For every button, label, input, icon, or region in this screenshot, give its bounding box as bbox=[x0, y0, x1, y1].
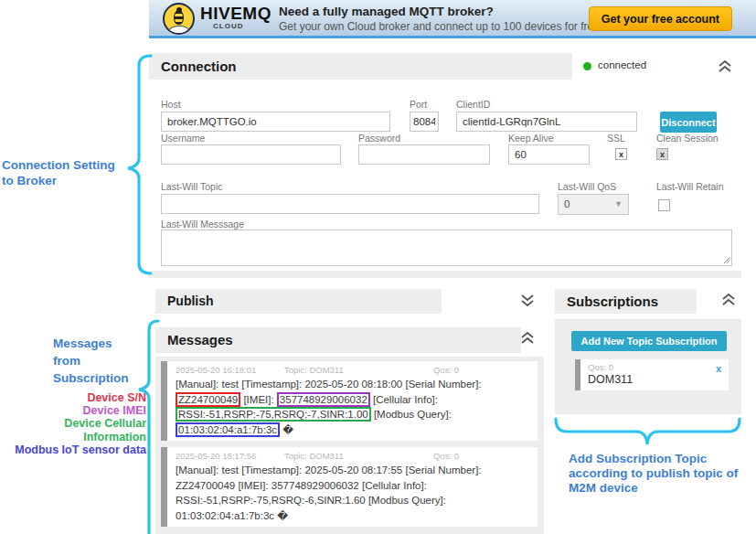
port-input[interactable] bbox=[410, 112, 439, 132]
subscription-qos: Qos: 0 bbox=[588, 362, 721, 372]
message-meta: 2025-05-20 16:17:56 Topic: DOM311 Qos: 0 bbox=[176, 451, 530, 461]
message-topic: Topic: DOM311 bbox=[284, 365, 433, 375]
subscriptions-title: Subscriptions bbox=[555, 289, 697, 314]
message-text: [Cellular Info]: bbox=[370, 394, 438, 405]
cloud-icon bbox=[169, 26, 189, 35]
connection-header: Connection bbox=[149, 53, 572, 80]
hivemq-bee-icon bbox=[163, 3, 195, 35]
remove-subscription-button[interactable]: x bbox=[716, 363, 721, 374]
host-label: Host bbox=[161, 99, 181, 110]
subscription-topic: DOM311 bbox=[588, 373, 721, 386]
subscriptions-header: Subscriptions bbox=[555, 289, 697, 314]
message-text: [IMEI]: bbox=[240, 394, 277, 405]
hivemq-banner: HIVEMQ CLOUD Need a fully managed MQTT b… bbox=[149, 0, 756, 38]
message-item: 2025-05-20 16:17:56 Topic: DOM311 Qos: 0… bbox=[161, 447, 538, 527]
banner-headline: Need a fully managed MQTT broker? bbox=[279, 5, 602, 18]
modbus-data-highlight: 01:03:02:04:a1:7b:3c bbox=[176, 422, 280, 437]
subscription-brace-callout bbox=[553, 416, 742, 454]
legend-device-sn: Device S/N bbox=[0, 391, 146, 404]
clientid-input[interactable] bbox=[456, 112, 637, 132]
clean-session-label: Clean Session bbox=[656, 133, 719, 144]
message-qos: Qos: 0 bbox=[433, 365, 459, 375]
message-topic: Topic: DOM311 bbox=[284, 451, 433, 461]
connection-status-label: connected bbox=[598, 59, 646, 70]
collapse-messages-icon[interactable] bbox=[520, 332, 535, 345]
subscriptions-panel: Add New Topic Subscription Qos: 0 x DOM3… bbox=[555, 319, 741, 414]
lastwill-topic-input[interactable] bbox=[161, 194, 539, 214]
legend-cellular-info: Device Cellular Information bbox=[0, 417, 146, 443]
message-field-legend: Device S/N Device IMEI Device Cellular I… bbox=[0, 391, 146, 456]
disconnect-button[interactable]: Disconnect bbox=[660, 112, 717, 133]
add-subscription-button[interactable]: Add New Topic Subscription bbox=[571, 331, 727, 351]
message-timestamp: 2025-05-20 16:17:56 bbox=[176, 451, 284, 461]
device-imei-highlight: 357748929006032 bbox=[277, 392, 370, 407]
device-serial-highlight: ZZ24700049 bbox=[176, 392, 240, 407]
clean-session-checkbox[interactable]: x bbox=[656, 148, 668, 160]
lastwill-retain-checkbox[interactable] bbox=[658, 199, 670, 211]
collapse-connection-icon[interactable] bbox=[718, 60, 732, 73]
lastwill-message-label: Last-Will Messsage bbox=[161, 219, 244, 230]
collapse-subscriptions-icon[interactable] bbox=[721, 294, 736, 306]
lastwill-retain-label: Last-Will Retain bbox=[656, 181, 724, 192]
add-subscription-note: Add Subscription Topic according to publ… bbox=[569, 452, 751, 496]
messages-panel: 2025-05-20 16:18:01 Topic: DOM311 Qos: 0… bbox=[155, 357, 544, 534]
lastwill-message-textarea[interactable] bbox=[161, 230, 732, 266]
bee-body bbox=[174, 10, 184, 25]
lastwill-qos-select[interactable]: 0 ▼ bbox=[558, 194, 629, 215]
select-caret-icon: ▼ bbox=[614, 195, 623, 214]
connection-footer-strip bbox=[149, 271, 741, 278]
messages-title: Messages bbox=[155, 327, 521, 353]
mqtt-web-client-screen: HIVEMQ CLOUD Need a fully managed MQTT b… bbox=[0, 0, 756, 534]
brand-name: HIVEMQ bbox=[200, 5, 272, 22]
message-body: [Manual]: test [Timestamp]: 2025-05-20 0… bbox=[176, 463, 530, 523]
message-timestamp: 2025-05-20 16:18:01 bbox=[176, 365, 284, 375]
expand-publish-icon[interactable] bbox=[520, 294, 535, 306]
brand-sub: CLOUD bbox=[213, 22, 272, 30]
connection-status-area: connected bbox=[572, 53, 741, 80]
message-body: [Manual]: test [Timestamp]: 2025-05-20 0… bbox=[176, 377, 530, 437]
lastwill-topic-label: Last-Will Topic bbox=[161, 181, 223, 192]
resize-grip-icon[interactable] bbox=[722, 256, 730, 264]
lastwill-qos-label: Last-Will QoS bbox=[558, 181, 616, 192]
message-text: [Modbus Query]: bbox=[371, 409, 452, 420]
message-item: 2025-05-20 16:18:01 Topic: DOM311 Qos: 0… bbox=[161, 361, 538, 441]
legend-device-imei: Device IMEI bbox=[0, 404, 146, 417]
lastwill-qos-value: 0 bbox=[564, 198, 570, 209]
connection-setting-note: Connection Setting to Broker bbox=[2, 157, 125, 188]
message-qos: Qos: 0 bbox=[433, 451, 459, 461]
publish-header: Publish bbox=[155, 289, 442, 314]
username-label: Username bbox=[161, 133, 205, 144]
ssl-checkbox[interactable]: x bbox=[615, 148, 627, 160]
ssl-label: SSL bbox=[607, 133, 625, 144]
username-input[interactable] bbox=[161, 144, 341, 165]
connected-status-dot bbox=[583, 62, 591, 70]
message-meta: 2025-05-20 16:18:01 Topic: DOM311 Qos: 0 bbox=[176, 365, 530, 375]
connection-brace-callout bbox=[124, 53, 154, 276]
subscription-item: Qos: 0 x DOM311 bbox=[575, 359, 729, 390]
cellular-info-highlight: RSSI:-51,RSRP:-75,RSRQ:-7,SINR:1.00 bbox=[176, 407, 371, 422]
keepalive-label: Keep Alive bbox=[508, 133, 554, 144]
connection-panel: Connection connected Host Port ClientID … bbox=[149, 53, 741, 278]
message-text: [Manual]: test [Timestamp]: 2025-05-20 0… bbox=[176, 379, 482, 390]
get-free-account-button[interactable]: Get your free account bbox=[589, 6, 732, 31]
host-input[interactable] bbox=[161, 112, 390, 132]
clientid-label: ClientID bbox=[456, 99, 490, 110]
banner-subheadline: Get your own Cloud broker and connect up… bbox=[279, 20, 602, 33]
connection-title: Connection bbox=[149, 53, 572, 80]
hivemq-logo-text: HIVEMQ CLOUD bbox=[200, 5, 272, 30]
messages-from-subscription-note: Messages from Subscription bbox=[53, 335, 129, 387]
legend-modbus-data: Modbus IoT sensor data bbox=[0, 443, 146, 456]
port-label: Port bbox=[410, 99, 427, 110]
keepalive-input[interactable] bbox=[508, 144, 590, 165]
messages-header: Messages bbox=[155, 327, 521, 353]
publish-title: Publish bbox=[155, 289, 442, 314]
password-label: Password bbox=[358, 133, 400, 144]
password-input[interactable] bbox=[358, 144, 490, 165]
message-text: � bbox=[280, 424, 293, 435]
banner-copy: Need a fully managed MQTT broker? Get yo… bbox=[279, 5, 602, 33]
